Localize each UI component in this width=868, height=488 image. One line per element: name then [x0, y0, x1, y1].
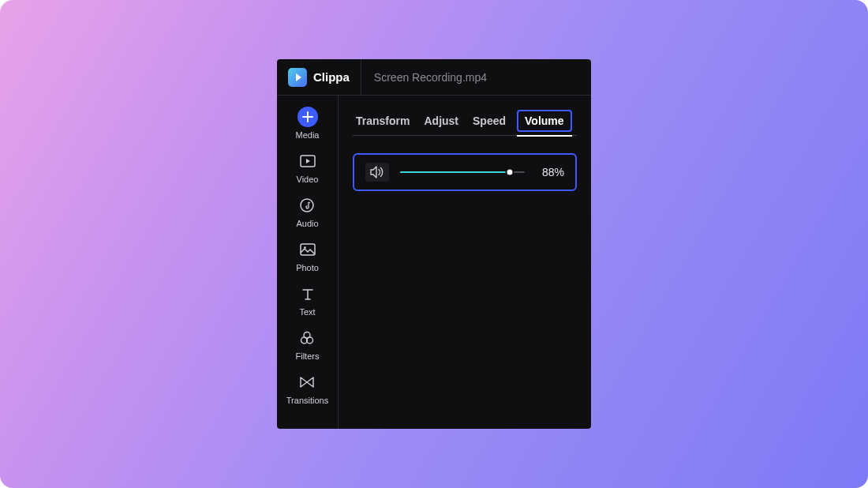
speaker-icon-wrapper[interactable]: [365, 163, 389, 182]
sidebar-item-label: Filters: [296, 351, 320, 361]
tabs: Transform Adjust Speed Volume: [353, 110, 577, 136]
play-triangle-icon: [296, 73, 301, 81]
sidebar-item-filters[interactable]: Filters: [296, 328, 320, 361]
sidebar-item-text[interactable]: Text: [297, 283, 318, 317]
sidebar-item-photo[interactable]: Photo: [296, 239, 319, 272]
photo-icon: [297, 239, 318, 260]
app-window: Clippa Screen Recording.mp4 Media Video: [277, 59, 591, 429]
sidebar-item-label: Transitions: [286, 396, 328, 405]
svg-point-1: [301, 199, 313, 212]
filters-icon: [297, 328, 317, 348]
logo-icon: [288, 68, 307, 87]
slider-fill: [400, 171, 510, 173]
sidebar: Media Video Audio: [277, 96, 339, 429]
slider-thumb[interactable]: [506, 168, 514, 177]
main-panel: Transform Adjust Speed Volume: [339, 96, 591, 429]
video-icon: [297, 151, 318, 171]
plus-icon: [297, 107, 318, 127]
tab-adjust[interactable]: Adjust: [421, 110, 462, 135]
sidebar-item-label: Video: [297, 175, 319, 184]
app-name: Clippa: [313, 70, 350, 84]
sidebar-item-video[interactable]: Video: [297, 151, 319, 184]
volume-slider[interactable]: [400, 171, 525, 173]
sidebar-item-audio[interactable]: Audio: [296, 195, 318, 228]
sidebar-item-label: Photo: [296, 263, 319, 272]
logo-section[interactable]: Clippa: [277, 59, 361, 95]
tab-speed[interactable]: Speed: [470, 110, 509, 135]
tab-volume[interactable]: Volume: [517, 110, 572, 132]
text-icon: [297, 283, 318, 304]
sidebar-item-label: Audio: [296, 219, 318, 228]
transitions-icon: [297, 372, 317, 392]
sidebar-item-label: Media: [296, 130, 320, 140]
gradient-background: Clippa Screen Recording.mp4 Media Video: [0, 0, 868, 488]
header: Clippa Screen Recording.mp4: [277, 59, 591, 96]
body: Media Video Audio: [277, 96, 591, 429]
speaker-icon: [370, 166, 384, 178]
sidebar-item-transitions[interactable]: Transitions: [286, 372, 328, 405]
sidebar-item-media[interactable]: Media: [296, 107, 320, 140]
tab-transform[interactable]: Transform: [353, 110, 413, 135]
sidebar-item-label: Text: [299, 307, 315, 317]
audio-icon: [297, 195, 317, 216]
volume-control: 88%: [353, 153, 577, 191]
file-name: Screen Recording.mp4: [361, 71, 499, 84]
svg-rect-2: [301, 244, 315, 255]
volume-value: 88%: [536, 166, 564, 178]
